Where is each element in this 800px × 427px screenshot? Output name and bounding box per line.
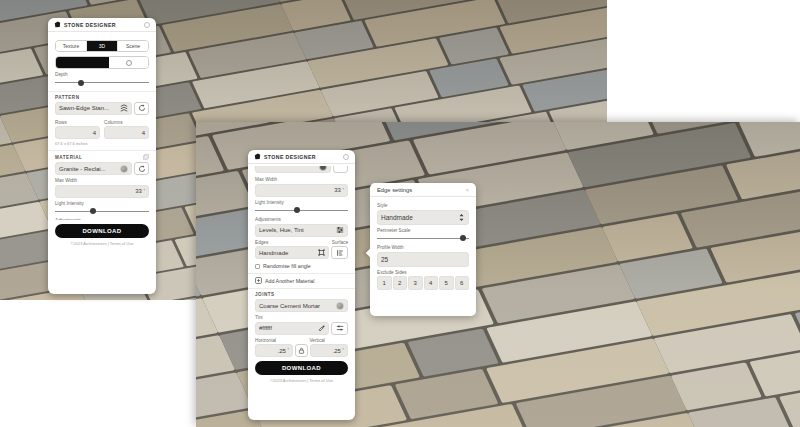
tab-scene[interactable]: Scene	[118, 41, 148, 51]
link-spacing-button[interactable]	[295, 344, 308, 357]
divider	[248, 288, 355, 289]
material-section-label: MATERIAL	[55, 154, 149, 160]
material-select[interactable]: Granite - Reclai...	[55, 162, 132, 175]
surface-label: Surface	[332, 240, 348, 245]
columns-label: Columns	[104, 120, 149, 125]
stone-designer-logo-icon	[254, 153, 261, 160]
close-icon[interactable]: ×	[465, 187, 469, 193]
slider-track[interactable]	[55, 82, 149, 83]
joints-section-label: JOINTS	[255, 292, 348, 297]
slider-track[interactable]	[255, 210, 348, 211]
edge-settings-popup: Edge settings × Style Handmade Perimeter…	[370, 183, 476, 316]
max-width-input[interactable]: 33 ″	[255, 184, 348, 197]
pattern-settings-icon[interactable]	[120, 104, 128, 112]
inch-unit: ″	[342, 348, 344, 353]
pattern-section-label: PATTERN	[55, 95, 149, 100]
exclude-sides-group: 1 2 3 4 5 6	[377, 276, 469, 290]
randomise-pattern-button[interactable]	[134, 102, 149, 115]
edges-select[interactable]: Handmade	[255, 246, 329, 259]
horizontal-spacing-input[interactable]: .25 ″	[255, 344, 293, 357]
material-select-clipped[interactable]	[255, 166, 331, 173]
color-swatch-toggle[interactable]	[55, 56, 149, 69]
light-intensity-slider[interactable]	[55, 207, 149, 215]
refresh-icon	[138, 165, 146, 173]
randomise-material-button[interactable]	[333, 166, 348, 173]
edges-label: Edges	[255, 240, 330, 245]
pattern-select[interactable]: Sawn-Edge Stan...	[55, 102, 132, 115]
style-select[interactable]: Handmade	[377, 210, 469, 225]
tint-value: #ffffff	[259, 325, 318, 331]
tint-adjust-button[interactable]	[331, 322, 348, 335]
light-intensity-label: Light Intensity	[255, 200, 348, 205]
panel-header: STONE DESIGNER	[248, 150, 355, 164]
stage: STONE DESIGNER Texture 3D Scene Depth PA…	[0, 0, 800, 427]
max-width-input[interactable]: 33 ″	[55, 185, 149, 198]
horizontal-value: .25	[278, 348, 286, 354]
black-swatch[interactable]	[56, 57, 109, 68]
light-intensity-label: Light Intensity	[55, 201, 149, 206]
rows-label: Rows	[55, 120, 100, 125]
lock-icon	[298, 347, 305, 354]
tab-3d[interactable]: 3D	[87, 41, 118, 51]
slider-thumb[interactable]	[90, 208, 96, 214]
inch-unit: ″	[287, 348, 289, 353]
edge-settings-icon[interactable]	[318, 249, 325, 256]
columns-value: 4	[142, 130, 145, 136]
checkbox-unchecked-icon[interactable]	[255, 264, 260, 269]
divider	[48, 150, 156, 151]
add-another-material-button[interactable]: Add Another Material	[255, 277, 348, 284]
adjustments-label: Adjustments	[255, 217, 348, 222]
slider-track[interactable]	[377, 238, 469, 239]
perimeter-scale-slider[interactable]	[377, 234, 469, 242]
sliders-icon	[336, 324, 344, 332]
clone-material-icon[interactable]	[143, 154, 149, 160]
adjustments-value: Levels, Hue, Tint	[259, 227, 336, 233]
side-button-3[interactable]: 3	[408, 276, 423, 290]
add-another-material-label: Add Another Material	[265, 278, 314, 284]
randomise-material-button[interactable]	[134, 162, 149, 175]
surface-hatch-icon	[336, 249, 344, 257]
popup-header: Edge settings ×	[370, 183, 476, 197]
surface-button[interactable]	[331, 246, 348, 259]
randomise-fill-angle-row[interactable]: Randomise fill angle	[255, 263, 348, 269]
side-button-2[interactable]: 2	[393, 276, 408, 290]
header-circle-icon	[343, 154, 349, 160]
side-button-6[interactable]: 6	[455, 276, 470, 290]
light-intensity-slider[interactable]	[255, 206, 348, 214]
tint-label: Tint	[255, 315, 348, 320]
side-button-1[interactable]: 1	[377, 276, 392, 290]
side-button-4[interactable]: 4	[424, 276, 439, 290]
tint-input[interactable]: #ffffff	[255, 322, 329, 335]
max-width-label: Max Width	[55, 178, 149, 183]
slider-thumb[interactable]	[460, 235, 466, 241]
columns-input[interactable]: 4	[104, 126, 149, 139]
download-button[interactable]: DOWNLOAD	[55, 224, 149, 238]
footer-text[interactable]: ©2023 Architextures | Terms of Use	[55, 241, 149, 246]
profile-width-input[interactable]: 25	[377, 252, 469, 267]
joint-material-thumbnail	[336, 302, 344, 310]
adjustments-select[interactable]: Levels, Hue, Tint	[255, 224, 348, 237]
sliders-icon	[336, 226, 344, 234]
adjustments-label-clipped: Adjustments	[55, 218, 149, 220]
side-button-5[interactable]: 5	[439, 276, 454, 290]
rows-input[interactable]: 4	[55, 126, 100, 139]
randomise-fill-angle-label: Randomise fill angle	[263, 263, 311, 269]
slider-thumb[interactable]	[78, 80, 84, 86]
vertical-spacing-input[interactable]: .25 ″	[310, 344, 348, 357]
divider	[248, 273, 355, 274]
profile-width-label: Profile Width	[377, 245, 469, 250]
slider-thumb[interactable]	[294, 207, 300, 213]
white-swatch[interactable]	[109, 57, 148, 68]
footer-text[interactable]: ©2023 Architextures | Terms of Use	[255, 378, 348, 383]
depth-slider[interactable]	[55, 79, 149, 87]
joints-select[interactable]: Coarse Cement Mortar	[255, 299, 348, 312]
popup-title: Edge settings	[377, 187, 412, 193]
inch-unit: ″	[143, 189, 145, 194]
tab-texture[interactable]: Texture	[56, 41, 87, 51]
download-button[interactable]: DOWNLOAD	[255, 361, 348, 375]
eyedropper-icon[interactable]	[318, 325, 325, 332]
app-title: STONE DESIGNER	[264, 154, 316, 160]
material-thumbnail	[319, 166, 327, 171]
slider-track[interactable]	[55, 211, 149, 212]
stone-designer-panel-bottom: STONE DESIGNER Max Width 33 ″ Light Inte…	[248, 150, 355, 420]
